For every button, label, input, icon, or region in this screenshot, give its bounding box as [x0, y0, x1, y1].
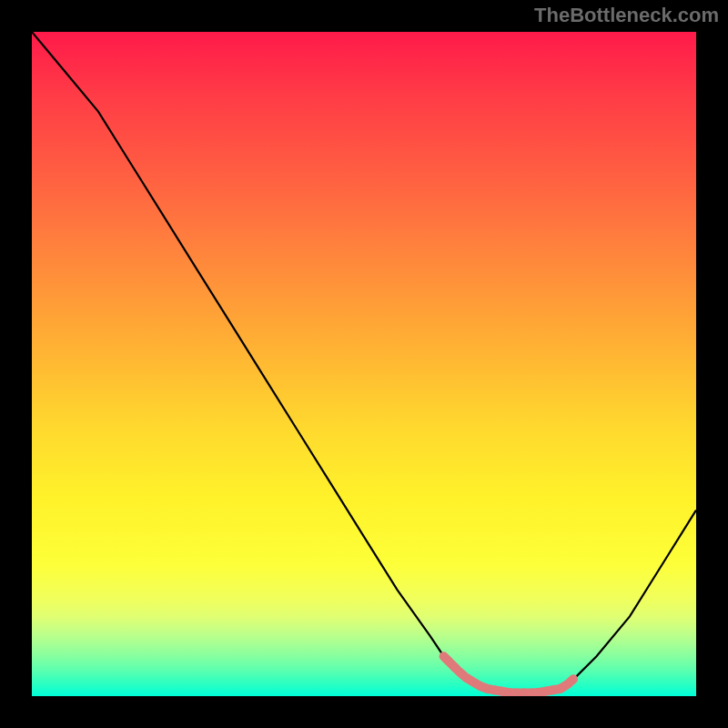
bottleneck-curve-line [32, 32, 696, 693]
chart-svg [32, 32, 696, 696]
optimal-region-dots [444, 656, 575, 693]
watermark-text: TheBottleneck.com [534, 4, 719, 27]
chart-container: TheBottleneck.com [0, 0, 728, 728]
plot-area [32, 32, 696, 696]
svg-line-17 [568, 677, 575, 683]
